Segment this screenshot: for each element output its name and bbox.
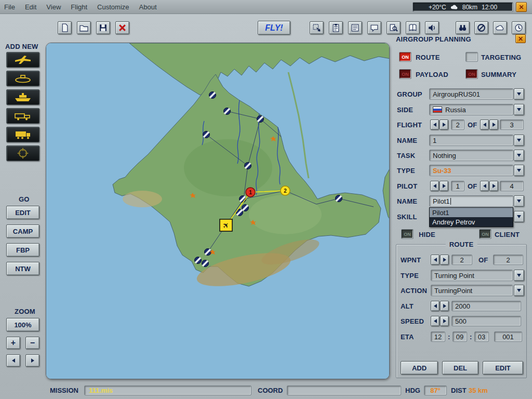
menu-flight[interactable]: Flight bbox=[71, 3, 87, 11]
sound-button[interactable] bbox=[425, 21, 439, 34]
delete-button[interactable] bbox=[115, 21, 129, 34]
payload-toggle[interactable]: ON bbox=[399, 69, 411, 79]
hide-toggle[interactable]: ON bbox=[401, 229, 414, 239]
map-canvas[interactable]: ✈ 1 2 bbox=[46, 43, 390, 379]
add-vehicle-button[interactable] bbox=[6, 108, 39, 124]
flight-total-next-button[interactable] bbox=[489, 119, 498, 130]
pilot-name-dropdown-button[interactable] bbox=[514, 195, 524, 207]
dropdown-option-selected[interactable]: Pilot1 bbox=[430, 208, 513, 217]
eta-hours[interactable]: 12 bbox=[431, 331, 445, 342]
fbp-mode-button[interactable]: FBP bbox=[6, 243, 39, 257]
pilot-prev-button[interactable] bbox=[430, 181, 439, 191]
menu-about[interactable]: About bbox=[139, 3, 157, 11]
targeting-toggle[interactable] bbox=[466, 52, 478, 62]
side-dropdown-button[interactable] bbox=[514, 104, 524, 115]
clipboard-button[interactable] bbox=[329, 21, 343, 34]
fly-button[interactable]: FLY! bbox=[258, 21, 290, 35]
weather-button[interactable] bbox=[493, 21, 507, 34]
name-field[interactable]: 1 bbox=[429, 135, 513, 146]
briefing-button[interactable] bbox=[367, 21, 381, 34]
summary-toggle[interactable]: ON bbox=[466, 69, 478, 79]
waypoint-marker-1[interactable]: 1 bbox=[246, 188, 255, 197]
pilot-next-button[interactable] bbox=[440, 181, 448, 191]
type-field[interactable]: Su-33 bbox=[429, 165, 513, 176]
terrain-sand bbox=[123, 191, 162, 207]
restrictions-button[interactable] bbox=[474, 21, 488, 34]
waypoint-add-button[interactable]: ADD bbox=[401, 361, 438, 375]
eta-day[interactable]: 001 bbox=[494, 331, 522, 342]
menu-customize[interactable]: Customize bbox=[97, 3, 129, 11]
menu-edit[interactable]: Edit bbox=[25, 3, 36, 11]
zoom-in-button[interactable]: + bbox=[6, 337, 20, 349]
wpnt-prev-button[interactable] bbox=[431, 255, 440, 265]
skill-dropdown-button[interactable] bbox=[514, 211, 524, 222]
mission-notes-button[interactable] bbox=[348, 21, 362, 34]
dropdown-option[interactable]: Andrey Petrov bbox=[430, 217, 513, 227]
group-field[interactable]: AirgroupRUS01 bbox=[429, 88, 513, 100]
flight-next-button[interactable] bbox=[440, 119, 448, 130]
eta-minutes[interactable]: 09 bbox=[453, 331, 467, 342]
type-dropdown-button[interactable] bbox=[514, 165, 524, 176]
edit-mode-label: EDIT bbox=[15, 209, 31, 217]
app-close-button[interactable]: ✕ bbox=[516, 2, 527, 12]
add-target-button[interactable] bbox=[6, 145, 39, 161]
open-mission-button[interactable] bbox=[77, 21, 91, 34]
task-dropdown-button[interactable] bbox=[514, 150, 524, 161]
clock-button[interactable] bbox=[512, 21, 526, 34]
pan-left-button[interactable] bbox=[6, 354, 20, 367]
waypoint-edit-button[interactable]: EDIT bbox=[483, 361, 523, 375]
side-field[interactable]: Russia bbox=[429, 104, 513, 115]
speed-up-button[interactable] bbox=[440, 316, 449, 326]
save-mission-button[interactable] bbox=[96, 21, 110, 34]
add-aircraft-button[interactable] bbox=[6, 52, 39, 68]
player-aircraft-marker[interactable]: ✈ bbox=[220, 219, 232, 231]
wpnt-action-dropdown-button[interactable] bbox=[514, 285, 524, 296]
menu-view[interactable]: View bbox=[46, 3, 61, 11]
alt-value[interactable]: 2000 bbox=[451, 301, 521, 311]
view-report-button[interactable] bbox=[387, 21, 401, 34]
find-button[interactable] bbox=[456, 21, 470, 34]
menu-file[interactable]: File bbox=[4, 3, 15, 11]
eta-seconds[interactable]: 03 bbox=[474, 331, 489, 342]
wpnt-action-field[interactable]: TurningPoint bbox=[431, 285, 513, 296]
route-toggle[interactable]: ON bbox=[399, 52, 411, 62]
new-mission-button[interactable] bbox=[58, 21, 72, 34]
task-field[interactable]: Nothing bbox=[429, 150, 513, 161]
map-viewport[interactable]: ✈ 1 2 bbox=[46, 43, 390, 379]
add-submarine-button[interactable] bbox=[6, 71, 39, 86]
zoom-level-button[interactable]: 100% bbox=[6, 318, 39, 331]
waypoint-del-button[interactable]: DEL bbox=[442, 361, 478, 375]
speed-down-button[interactable] bbox=[431, 316, 440, 326]
pilot-name-input[interactable]: Pilot1 bbox=[429, 195, 513, 207]
name-dropdown-button[interactable] bbox=[514, 135, 524, 146]
wpnt-type-dropdown-button[interactable] bbox=[514, 270, 524, 281]
speed-value[interactable]: 500 bbox=[451, 316, 521, 326]
wpnt-next-button[interactable] bbox=[440, 255, 449, 265]
add-train-button[interactable] bbox=[6, 127, 39, 142]
zoom-region-button[interactable] bbox=[310, 21, 324, 34]
fly-label: FLY! bbox=[265, 23, 283, 33]
client-toggle[interactable]: ON bbox=[479, 229, 491, 239]
pilot-total-prev-button[interactable] bbox=[480, 181, 489, 191]
vehicle-icon bbox=[14, 111, 32, 121]
alt-up-button[interactable] bbox=[440, 301, 449, 311]
new-mission-icon bbox=[60, 23, 69, 32]
camp-mode-button[interactable]: CAMP bbox=[6, 224, 39, 238]
edit-mode-button[interactable]: EDIT bbox=[6, 206, 39, 219]
alt-down-button[interactable] bbox=[431, 301, 440, 311]
wpnt-type-field[interactable]: Turning Point bbox=[431, 270, 513, 281]
flight-total-prev-button[interactable] bbox=[480, 119, 489, 130]
eta-separator: : bbox=[470, 333, 472, 341]
panel-close-button[interactable]: ✕ bbox=[515, 34, 526, 43]
terrain-steppe bbox=[249, 195, 322, 234]
waypoint-marker-2[interactable]: 2 bbox=[281, 186, 290, 195]
flight-prev-button[interactable] bbox=[430, 119, 439, 130]
pan-right-button[interactable] bbox=[25, 354, 39, 367]
zoom-out-button[interactable]: − bbox=[25, 337, 39, 349]
pilot-total-next-button[interactable] bbox=[489, 181, 498, 191]
group-dropdown-button[interactable] bbox=[514, 88, 524, 100]
add-ship-button[interactable] bbox=[6, 89, 39, 105]
mission-notes-icon bbox=[351, 23, 360, 32]
encyclopedia-button[interactable] bbox=[406, 21, 420, 34]
ntw-mode-button[interactable]: NTW bbox=[6, 262, 39, 275]
